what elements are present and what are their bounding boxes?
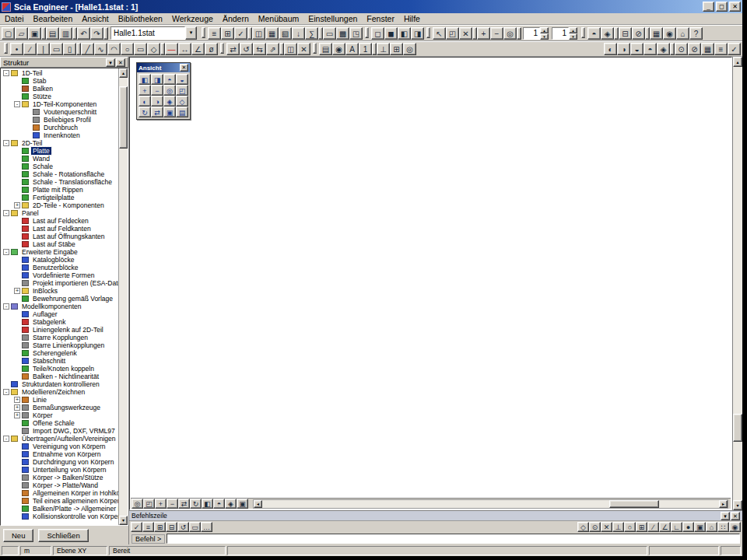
- expand-icon[interactable]: ⊞: [154, 522, 166, 532]
- snap-tangent-icon[interactable]: ○: [624, 522, 636, 532]
- tree-item[interactable]: Balken: [1, 85, 118, 93]
- tree-expander[interactable]: +: [14, 412, 20, 418]
- tree-item[interactable]: Fertigteilplatte: [1, 194, 118, 201]
- tree-item[interactable]: Durchdringung von Körpern: [1, 458, 118, 466]
- tree-expander[interactable]: +: [14, 404, 20, 411]
- tree-expander[interactable]: -: [3, 436, 9, 442]
- tree-item[interactable]: Körper -> Platte/Wand: [1, 481, 118, 489]
- zoom-in-icon[interactable]: +: [139, 85, 151, 96]
- menu-item[interactable]: Werkzeuge: [167, 14, 218, 23]
- polyline-icon[interactable]: ∿: [94, 43, 107, 55]
- pin-icon[interactable]: ▾: [106, 58, 115, 67]
- move-icon[interactable]: ⇄: [226, 43, 240, 55]
- filter-icon[interactable]: ⊘: [688, 43, 701, 55]
- tree-item[interactable]: - 2D-Teil: [1, 139, 118, 147]
- view-palette-titlebar[interactable]: Ansicht ✕: [137, 63, 190, 72]
- tree-item[interactable]: - Übertragen/Aufteilen/Vereinigen: [1, 435, 118, 443]
- menu-item[interactable]: Bibliotheken: [114, 14, 167, 23]
- close-button[interactable]: ✕: [729, 2, 741, 12]
- tree-item[interactable]: Durchbruch: [1, 124, 118, 131]
- menu-item[interactable]: Hilfe: [399, 14, 425, 23]
- perspective-icon[interactable]: ◇: [176, 96, 188, 107]
- tree-item[interactable]: Starre Linienkopplungen: [1, 341, 118, 349]
- check-structure-icon[interactable]: ✓: [234, 27, 247, 40]
- tree-expander[interactable]: -: [3, 303, 9, 310]
- tree-expander[interactable]: [25, 132, 31, 138]
- view-settings-icon[interactable]: ▣: [163, 107, 176, 117]
- snap-ortho-icon[interactable]: ∟: [671, 522, 682, 532]
- zoom-out-icon[interactable]: −: [167, 499, 178, 509]
- tree-item[interactable]: Platte: [1, 147, 118, 155]
- axonometric-icon[interactable]: ◈: [163, 96, 176, 107]
- snap-settings-icon[interactable]: ▣: [694, 522, 706, 532]
- tree-expander[interactable]: [14, 171, 20, 177]
- menu-item[interactable]: Bearbeiten: [29, 14, 78, 23]
- visibility-icon[interactable]: ◉: [332, 43, 345, 55]
- project-combo[interactable]: Halle1.1stat ▾: [110, 26, 197, 40]
- undo-icon[interactable]: ↶: [77, 27, 90, 40]
- tree-item[interactable]: - 1D-Teil: [1, 69, 118, 77]
- tree-expander[interactable]: [14, 218, 20, 224]
- tree-expander[interactable]: -: [3, 389, 9, 395]
- document-icon[interactable]: ▭: [323, 27, 336, 40]
- tree-expander[interactable]: [14, 428, 20, 434]
- menu-item[interactable]: Menübaum: [254, 14, 304, 23]
- tree-item[interactable]: + InBlocks: [1, 287, 118, 295]
- scroll-down-icon[interactable]: ▾: [733, 500, 742, 510]
- tree-expander[interactable]: [14, 264, 20, 271]
- view-front-icon[interactable]: ◧: [139, 74, 151, 85]
- view-settings-icon[interactable]: ▣: [237, 499, 248, 509]
- view-right-icon[interactable]: ◑: [617, 43, 630, 55]
- axo2-icon[interactable]: ◈: [657, 43, 670, 55]
- tree-item[interactable]: Unterteilung von Körpern: [1, 466, 118, 474]
- tree-expander[interactable]: [14, 86, 20, 92]
- scrollbar-thumb[interactable]: [609, 500, 659, 508]
- save-icon[interactable]: ▣: [28, 27, 41, 40]
- tree-item[interactable]: Projekt importieren (ESA-Datei): [1, 279, 118, 287]
- tree-item[interactable]: Schale - Translationsfläche: [1, 178, 118, 186]
- tree-item[interactable]: Stabschnitt: [1, 357, 118, 365]
- tree-expander[interactable]: [25, 109, 31, 115]
- tree-expander[interactable]: -: [14, 101, 20, 107]
- node-icon[interactable]: •: [10, 43, 23, 55]
- tree-item[interactable]: Last auf Feldkanten: [1, 225, 118, 233]
- tree-item[interactable]: Auflager: [1, 310, 118, 318]
- tree-expander[interactable]: [14, 78, 20, 84]
- tree-expander[interactable]: +: [14, 397, 20, 403]
- tree-item[interactable]: - 1D-Teil-Komponenten: [1, 100, 118, 108]
- snap-perpendicular-icon[interactable]: ⊥: [612, 522, 624, 532]
- page-spinner[interactable]: 1 ▴ ▾: [552, 27, 577, 40]
- tree-scrollbar[interactable]: ▴ ▾: [118, 68, 128, 525]
- tree-item[interactable]: Stab: [1, 77, 118, 85]
- view-top-icon[interactable]: ◓: [163, 74, 176, 85]
- arc-icon[interactable]: ◠: [107, 43, 121, 55]
- tree-expander[interactable]: [14, 311, 20, 317]
- tree-item[interactable]: - Erweiterte Eingabe: [1, 248, 118, 256]
- tree-expander[interactable]: [14, 373, 20, 380]
- redo-icon[interactable]: ↷: [90, 27, 103, 40]
- section-icon[interactable]: ⊘: [632, 27, 645, 40]
- tree-expander[interactable]: [14, 194, 20, 201]
- close-icon[interactable]: ✕: [731, 512, 740, 520]
- tree-expander[interactable]: [3, 381, 9, 387]
- spinner-down-icon[interactable]: ▾: [569, 33, 577, 40]
- wall-draw-icon[interactable]: ▯: [63, 43, 76, 55]
- toolbar-icon[interactable]: [581, 27, 585, 38]
- zoom-window-icon[interactable]: ◰: [176, 85, 188, 96]
- snap-midpoint-icon[interactable]: ◇: [577, 522, 589, 532]
- tree-item[interactable]: Last auf Feldecken: [1, 217, 118, 225]
- tree-expander[interactable]: [14, 179, 20, 185]
- scroll-down-icon[interactable]: ▾: [119, 516, 128, 525]
- print-icon[interactable]: ▤: [46, 27, 59, 40]
- axes-icon[interactable]: ⊥: [377, 43, 390, 55]
- snap-intersection-icon[interactable]: ✕: [601, 522, 612, 532]
- toolbar-icon[interactable]: [4, 43, 8, 54]
- neu-button[interactable]: Neu: [3, 529, 33, 542]
- clip-box-icon[interactable]: ⊟: [619, 27, 632, 40]
- select-by-icon[interactable]: ⊙: [675, 43, 688, 55]
- scroll-left-icon[interactable]: ◂: [254, 500, 262, 508]
- snap-endpoint-icon[interactable]: ⊙: [589, 522, 601, 532]
- tree-expander[interactable]: [14, 148, 20, 154]
- report-icon[interactable]: ≡: [714, 43, 728, 55]
- tree-expander[interactable]: -: [3, 249, 9, 255]
